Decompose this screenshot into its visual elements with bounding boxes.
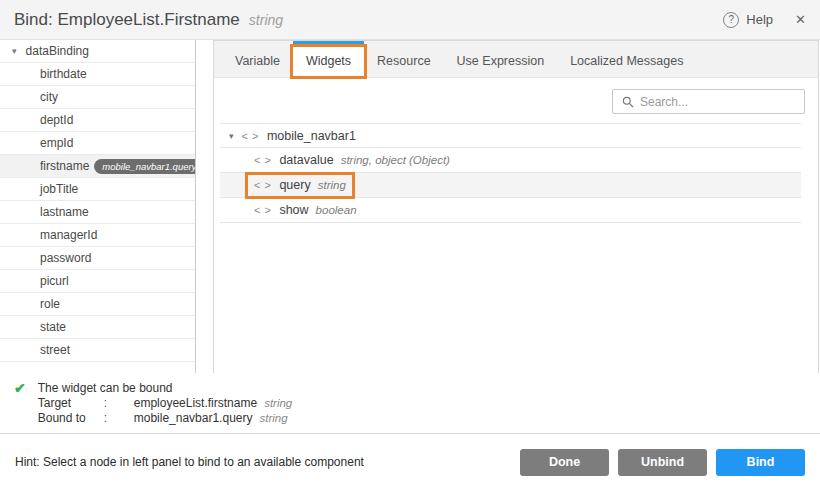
hint-text: Hint: Select a node in left panel to bin… xyxy=(15,455,364,469)
sidebar-item-firstname[interactable]: firstname mobile_navbar1.query xyxy=(0,155,195,178)
dialog-titlebar: Bind: EmployeeList.Firstname string ? He… xyxy=(0,0,820,40)
status-type: string xyxy=(264,396,292,411)
tree-node-label: show xyxy=(279,203,308,217)
sidebar-item-label: birthdate xyxy=(40,67,87,81)
status-value: mobile_navbar1.query xyxy=(134,411,253,426)
status-colon: : xyxy=(104,411,134,426)
caret-down-icon[interactable]: ▾ xyxy=(229,131,234,141)
titlebar-actions: ? Help ✕ xyxy=(723,12,806,28)
sidebar-item-label: managerId xyxy=(40,228,97,242)
search-icon xyxy=(622,96,634,108)
sidebar-item-role[interactable]: role xyxy=(0,293,195,316)
sidebar-item-empid[interactable]: empId xyxy=(0,132,195,155)
status-row-target: Target : employeeList.firstname string xyxy=(38,396,293,411)
unbind-button[interactable]: Unbind xyxy=(618,449,707,476)
footer-buttons: Done Unbind Bind xyxy=(520,449,805,476)
tree-node-query-content: < > query string xyxy=(245,173,355,197)
sidebar-root-databinding[interactable]: ▾ dataBinding xyxy=(0,40,195,63)
code-icon: < > xyxy=(254,154,271,166)
tab-use-expression[interactable]: Use Expression xyxy=(444,41,558,77)
sidebar-item-deptid[interactable]: deptId xyxy=(0,109,195,132)
tree-node-datavalue[interactable]: < > datavalue string, object (Object) xyxy=(220,148,801,173)
code-icon: < > xyxy=(254,179,271,191)
sidebar-item-label: street xyxy=(40,343,70,357)
status-label: Bound to xyxy=(38,411,104,426)
tree-node-label: query xyxy=(279,178,310,192)
sidebar-item-label: role xyxy=(40,297,60,311)
bind-source-panel: Variable Widgets Resource Use Expression… xyxy=(213,40,819,373)
sidebar-item-jobtitle[interactable]: jobTitle xyxy=(0,178,195,201)
bind-button[interactable]: Bind xyxy=(716,449,805,476)
data-binding-sidebar: ▾ dataBinding birthdate city deptId empI… xyxy=(0,40,196,373)
tree-node-mobile-navbar1[interactable]: ▾ < > mobile_navbar1 xyxy=(220,123,801,148)
sidebar-item-label: picurl xyxy=(40,274,69,288)
bind-dialog: Bind: EmployeeList.Firstname string ? He… xyxy=(0,0,820,490)
tree-node-query[interactable]: < > query string xyxy=(220,173,801,198)
status-lines: The widget can be bound Target : employe… xyxy=(38,381,293,426)
sidebar-item-label: password xyxy=(40,251,91,265)
search-input[interactable] xyxy=(640,95,790,109)
status-label: Target xyxy=(38,396,104,411)
search-box[interactable] xyxy=(612,89,805,114)
sidebar-item-birthdate[interactable]: birthdate xyxy=(0,63,195,86)
code-icon: < > xyxy=(254,204,271,216)
sidebar-item-label: city xyxy=(40,90,58,104)
widget-tree: ▾ < > mobile_navbar1 < > datavalue strin… xyxy=(220,123,801,223)
sidebar-item-lastname[interactable]: lastname xyxy=(0,201,195,224)
sidebar-item-city[interactable]: city xyxy=(0,86,195,109)
binding-badge: mobile_navbar1.query xyxy=(94,159,196,174)
sidebar-item-label: empId xyxy=(40,136,73,150)
question-glyph: ? xyxy=(729,14,735,25)
tree-node-type: string xyxy=(318,179,346,191)
help-link[interactable]: Help xyxy=(746,12,773,27)
dialog-title: Bind: EmployeeList.Firstname xyxy=(14,10,240,30)
sidebar-item-clipped[interactable] xyxy=(0,362,195,373)
sidebar-item-picurl[interactable]: picurl xyxy=(0,270,195,293)
sidebar-item-label: jobTitle xyxy=(40,182,78,196)
help-icon[interactable]: ? xyxy=(723,12,739,28)
tab-resource[interactable]: Resource xyxy=(364,41,444,77)
tab-widgets[interactable]: Widgets xyxy=(293,41,364,77)
status-colon: : xyxy=(104,396,134,411)
widgets-tab-content: ▾ < > mobile_navbar1 < > datavalue strin… xyxy=(214,78,818,373)
tree-node-label: datavalue xyxy=(279,153,333,167)
dialog-title-group: Bind: EmployeeList.Firstname string xyxy=(14,10,283,30)
sidebar-item-label: firstname xyxy=(40,159,89,173)
tree-node-show[interactable]: < > show boolean xyxy=(220,198,801,223)
tabbar: Variable Widgets Resource Use Expression… xyxy=(214,41,818,78)
sidebar-item-label: deptId xyxy=(40,113,73,127)
tab-label: Use Expression xyxy=(457,54,545,68)
sidebar-item-state[interactable]: state xyxy=(0,316,195,339)
tab-localized-messages[interactable]: Localized Messages xyxy=(557,41,696,77)
tab-label: Localized Messages xyxy=(570,54,683,68)
sidebar-item-label: lastname xyxy=(40,205,89,219)
success-check-icon: ✔ xyxy=(14,380,26,426)
tree-node-label: mobile_navbar1 xyxy=(267,129,356,143)
status-type: string xyxy=(259,411,287,426)
tab-label: Resource xyxy=(377,54,431,68)
caret-down-icon[interactable]: ▾ xyxy=(12,46,17,56)
close-icon[interactable]: ✕ xyxy=(795,12,806,27)
tab-variable[interactable]: Variable xyxy=(222,41,293,77)
tree-node-type: string, object (Object) xyxy=(341,154,450,166)
sidebar-item-password[interactable]: password xyxy=(0,247,195,270)
tree-node-type: boolean xyxy=(316,204,357,216)
sidebar-item-label: state xyxy=(40,320,66,334)
done-button[interactable]: Done xyxy=(520,449,609,476)
status-row-bound-to: Bound to : mobile_navbar1.query string xyxy=(38,411,293,426)
dialog-title-type: string xyxy=(249,12,283,28)
status-message: The widget can be bound xyxy=(38,381,293,395)
dialog-footer: Hint: Select a node in left panel to bin… xyxy=(0,434,820,490)
tab-label: Variable xyxy=(235,54,280,68)
sidebar-root-label: dataBinding xyxy=(26,44,89,58)
code-icon: < > xyxy=(242,130,259,142)
tab-label: Widgets xyxy=(306,54,351,68)
sidebar-item-managerid[interactable]: managerId xyxy=(0,224,195,247)
status-value: employeeList.firstname xyxy=(134,396,257,411)
binding-status: ✔ The widget can be bound Target : emplo… xyxy=(0,381,292,426)
sidebar-item-street[interactable]: street xyxy=(0,339,195,362)
